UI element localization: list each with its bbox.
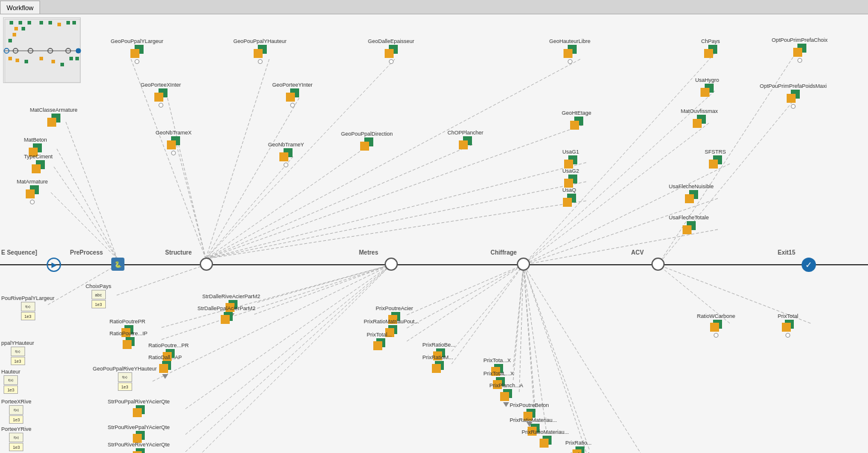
canvas: E Sequence] PreProcess Structure Metres … xyxy=(0,14,868,453)
svg-rect-4 xyxy=(28,21,31,25)
svg-line-47 xyxy=(254,265,391,314)
node-UsaG2[interactable]: UsaG2 xyxy=(562,168,579,188)
node-GeoPouPpalDirection[interactable]: GeoPouPpalDirection xyxy=(341,131,393,151)
svg-line-55 xyxy=(407,265,523,315)
pipeline-node-exit15[interactable]: ✓ xyxy=(802,258,816,272)
node-ChPays[interactable]: ChPays xyxy=(701,38,720,58)
svg-line-34 xyxy=(176,145,206,259)
node-GeoNbTrameY[interactable]: GeoNbTrameY xyxy=(268,142,304,167)
node-ppalYHauteur[interactable]: ppalYHauteur f(x) 1e3 xyxy=(1,340,34,365)
node-ChoixPays[interactable]: ChoixPays abc 1e3 xyxy=(86,283,111,308)
node-UsaG1[interactable]: UsaG1 xyxy=(562,149,579,169)
pipeline-node-chiffrage[interactable] xyxy=(517,258,530,271)
svg-rect-27 xyxy=(75,57,79,60)
node-RatioWCarbone[interactable]: RatioWCarbone xyxy=(697,313,735,338)
node-GeoHtEtage[interactable]: GeoHtEtage xyxy=(562,110,592,130)
svg-point-19 xyxy=(76,48,81,53)
svg-line-51 xyxy=(185,265,391,409)
stage-metres: Metres xyxy=(359,249,378,256)
tab-bar: Workflow xyxy=(0,0,868,14)
node-OptPouPrimPrefaChoix[interactable]: OptPouPrimPrefaChoix xyxy=(772,37,828,63)
node-PrixRatioM2[interactable]: PrixRatioM... xyxy=(422,354,453,373)
pipeline-node-acv[interactable] xyxy=(651,258,665,271)
svg-line-42 xyxy=(206,125,583,259)
node-PrixRatio-[interactable]: PrixRatio... xyxy=(565,440,592,453)
node-PrixTotal-[interactable]: PrixTotal... xyxy=(367,332,392,350)
svg-line-61 xyxy=(513,265,523,380)
node-StrPouPpalRiveYAcierQte[interactable]: StrPouPpalRiveYAcierQte xyxy=(108,399,170,417)
svg-rect-23 xyxy=(39,57,43,60)
tab-label: Workflow xyxy=(7,4,33,11)
node-UsaFlecheTotale[interactable]: UsaFlecheTotale xyxy=(669,215,709,234)
svg-line-58 xyxy=(452,265,523,351)
stage-chiffrage: Chiffrage xyxy=(491,249,517,256)
svg-line-49 xyxy=(162,265,391,339)
node-PrixTotal[interactable]: PrixTotal xyxy=(778,313,799,338)
node-StrPouRiveRiveYAcierQte[interactable]: StrPouRiveRiveYAcierQte xyxy=(108,442,170,453)
node-StrDallePpalAcierParM2[interactable]: StrDallePpalAcierParM2 xyxy=(197,305,255,324)
node-PorteeXRive[interactable]: PorteeXRive f(x) 1e3 xyxy=(1,399,32,424)
svg-line-45 xyxy=(206,201,586,259)
svg-line-59 xyxy=(452,265,523,364)
node-UsaQ[interactable]: UsaQ xyxy=(562,187,576,207)
node-MatClasseArmature[interactable]: MatClasseArmature xyxy=(30,107,78,127)
node-RatioPoutreIP[interactable]: RatioPoutre...IP xyxy=(109,330,148,349)
svg-line-60 xyxy=(513,265,523,367)
svg-line-75 xyxy=(523,229,718,265)
node-GeoPorteeYInter[interactable]: GeoPorteeYInter xyxy=(272,82,313,108)
svg-rect-10 xyxy=(48,21,52,25)
node-GeoPouPpalYHauteur[interactable]: GeoPouPpalYHauteur xyxy=(233,38,287,64)
svg-rect-25 xyxy=(60,63,64,66)
svg-line-29 xyxy=(206,59,269,259)
pipeline-node-preprocess[interactable]: 🐍 xyxy=(111,258,124,271)
node-UsaFlecheNuisible[interactable]: UsaFlecheNuisible xyxy=(669,183,714,203)
svg-line-56 xyxy=(407,265,523,328)
svg-line-62 xyxy=(519,265,523,392)
pipeline-node-structure[interactable] xyxy=(200,258,213,271)
node-TypeCiment[interactable]: TypeCiment xyxy=(24,154,53,173)
pipeline-node-sequence[interactable]: ▶ xyxy=(47,258,61,272)
svg-rect-26 xyxy=(69,57,73,60)
svg-line-53 xyxy=(185,265,391,452)
svg-line-33 xyxy=(206,98,299,259)
svg-line-39 xyxy=(57,149,117,259)
node-GeoPorteeXInter[interactable]: GeoPorteeXInter xyxy=(141,82,181,108)
node-GeoPouPpalYLargeur[interactable]: GeoPouPpalYLargeur xyxy=(111,38,163,64)
stage-preprocess: PreProcess xyxy=(70,249,103,256)
node-PouRivePpalYLargeur[interactable]: PouRivePpalYLargeur f(x) 1e3 xyxy=(1,295,54,320)
node-MatArmature[interactable]: MatArmature xyxy=(17,179,48,204)
node-PorteeYRive[interactable]: PorteeYRive f(x) 1e3 xyxy=(1,426,32,451)
svg-line-44 xyxy=(206,182,586,259)
workflow-tab[interactable]: Workflow xyxy=(0,1,40,14)
svg-rect-21 xyxy=(16,59,19,62)
node-GeoPouPpalRiveYHauteur[interactable]: GeoPouPpalRiveYHauteur f(x) 1e3 xyxy=(93,366,157,391)
svg-line-37 xyxy=(206,145,473,259)
svg-rect-2 xyxy=(10,21,13,25)
node-ChOPPlancher[interactable]: ChOPPlancher xyxy=(447,130,483,149)
svg-line-35 xyxy=(206,157,293,259)
svg-rect-9 xyxy=(39,21,43,25)
node-OptPouPrimPrefaPoidsMaxi[interactable]: OptPouPrimPrefaPoidsMaxi xyxy=(760,83,827,109)
svg-rect-20 xyxy=(8,57,12,60)
node-GeoNbTrameX[interactable]: GeoNbTrameX xyxy=(156,130,191,155)
svg-line-78 xyxy=(658,98,796,265)
node-Hauteur[interactable]: Hauteur f(x) 1e3 xyxy=(1,369,20,394)
node-SFSTRS[interactable]: SFSTRS xyxy=(705,149,726,169)
pipeline-node-metres[interactable] xyxy=(385,258,398,271)
svg-line-40 xyxy=(54,167,117,259)
node-PrixRatioMateriau2[interactable]: PrixRatioMateriau... xyxy=(522,429,569,448)
node-MatOuvfissmax[interactable]: MatOuvfissmax xyxy=(681,108,718,128)
node-StrPouRivePpalYAcierQte[interactable]: StrPouRivePpalYAcierQte xyxy=(108,424,170,443)
node-UsaHygro[interactable]: UsaHygro xyxy=(695,77,719,97)
svg-line-57 xyxy=(407,265,523,341)
svg-line-48 xyxy=(162,265,391,327)
svg-line-31 xyxy=(206,59,580,259)
svg-rect-24 xyxy=(51,60,55,63)
minimap[interactable] xyxy=(3,17,81,83)
svg-line-43 xyxy=(206,163,586,259)
svg-line-32 xyxy=(167,98,206,259)
stage-structure: Structure xyxy=(165,249,191,256)
svg-rect-22 xyxy=(25,60,28,63)
node-GeoDalleEpaisseur[interactable]: GeoDalleEpaisseur xyxy=(368,38,415,64)
node-GeoHauteurLibre[interactable]: GeoHauteurLibre xyxy=(549,38,590,64)
